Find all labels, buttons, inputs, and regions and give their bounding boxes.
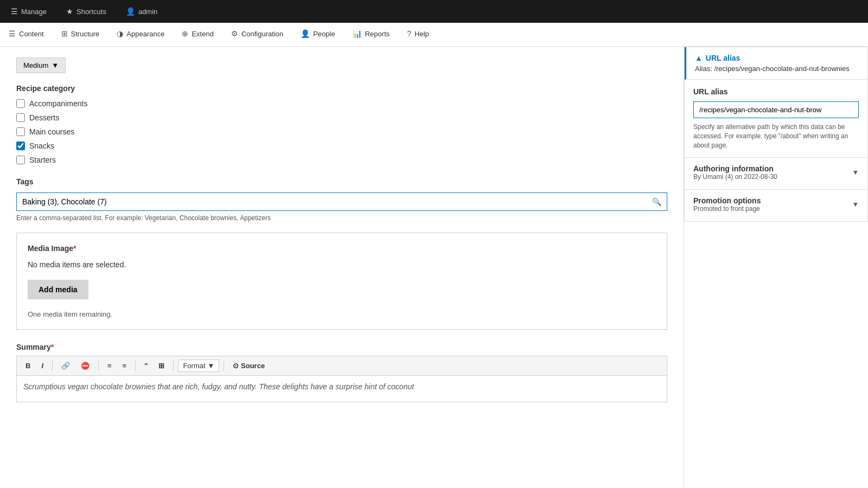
media-image-title: Media Image* (28, 244, 656, 253)
summary-section: Summary* B I 🔗 ⛔ ≡ ≡ " ⊞ Format ▼ (16, 343, 667, 402)
url-alias-alias: Alias: /recipes/vegan-chocolate-and-nut-… (695, 65, 859, 73)
url-alias-input[interactable] (693, 101, 859, 118)
source-button[interactable]: ⊙ Source (228, 359, 269, 372)
checkbox-desserts-label: Desserts (29, 113, 59, 122)
nav-people-label: People (313, 30, 335, 38)
medium-dropdown[interactable]: Medium ▼ (16, 57, 66, 73)
promotion-chevron-icon: ▼ (852, 201, 859, 208)
nav-help[interactable]: ? Help (398, 23, 438, 46)
checkbox-main-courses[interactable]: Main courses (16, 127, 667, 136)
tags-label: Tags (16, 177, 667, 186)
nav-reports[interactable]: 📊 Reports (344, 23, 399, 46)
shortcuts-label: Shortcuts (76, 8, 106, 16)
recipe-category-checkboxes: Accompaniments Desserts Main courses Sna… (16, 99, 667, 164)
extend-icon: ⊕ (182, 29, 188, 38)
link-button[interactable]: 🔗 (57, 359, 74, 372)
authoring-title-wrap: Authoring information By Umami (4) on 20… (693, 164, 777, 181)
checkbox-accompaniments-label: Accompaniments (29, 99, 87, 108)
promotion-title-wrap: Promotion options Promoted to front page (693, 196, 761, 213)
url-alias-active-title: ▲ URL alias (695, 54, 859, 62)
admin-bar: ☰ Manage ★ Shortcuts 👤 admin (0, 0, 868, 23)
summary-required-mark: * (51, 343, 54, 351)
checkbox-main-courses-input[interactable] (16, 127, 25, 136)
checkbox-starters-input[interactable] (16, 156, 25, 164)
checkbox-desserts-input[interactable] (16, 113, 25, 122)
ol-button[interactable]: ≡ (118, 359, 131, 372)
italic-button[interactable]: I (37, 359, 48, 372)
nav-extend[interactable]: ⊕ Extend (173, 23, 222, 46)
appearance-icon: ◑ (117, 29, 123, 38)
admin-user-link[interactable]: 👤 admin (122, 5, 162, 18)
reports-icon: 📊 (353, 29, 362, 38)
ul-button[interactable]: ≡ (103, 359, 116, 372)
star-icon: ★ (66, 7, 73, 16)
shortcuts-link[interactable]: ★ Shortcuts (62, 5, 111, 18)
url-alias-form-title: URL alias (693, 87, 859, 96)
url-alias-active-section[interactable]: ▲ URL alias Alias: /recipes/vegan-chocol… (685, 47, 867, 80)
promotion-title: Promotion options (693, 196, 761, 205)
page-layout: Medium ▼ Recipe category Accompaniments … (0, 47, 868, 488)
nav-people[interactable]: 👤 People (292, 23, 343, 46)
manage-label: Manage (21, 8, 47, 16)
format-chevron-icon: ▼ (208, 362, 215, 370)
authoring-chevron-icon: ▼ (852, 169, 859, 176)
nav-structure-label: Structure (71, 30, 100, 38)
nav-appearance-label: Appearance (126, 30, 164, 38)
format-extra-button[interactable]: ⊞ (154, 359, 169, 372)
nav-structure[interactable]: ⊞ Structure (53, 23, 108, 46)
people-icon: 👤 (301, 29, 310, 38)
toolbar-separator-2 (98, 361, 99, 371)
authoring-header[interactable]: Authoring information By Umami (4) on 20… (693, 164, 859, 181)
checkbox-main-courses-label: Main courses (29, 127, 74, 136)
manage-link[interactable]: ☰ Manage (7, 5, 51, 18)
nav-content[interactable]: ☰ Content (0, 23, 53, 46)
help-icon: ? (407, 29, 411, 38)
summary-label: Summary* (16, 343, 667, 351)
url-alias-form-section: URL alias Specify an alternative path by… (685, 80, 867, 158)
checkbox-desserts[interactable]: Desserts (16, 113, 667, 122)
content-icon: ☰ (9, 29, 16, 38)
nav-help-label: Help (414, 30, 429, 38)
configuration-icon: ⚙ (231, 29, 238, 38)
toolbar-separator-1 (52, 361, 53, 371)
editor-body[interactable]: Scrumptious vegan chocolate brownies tha… (16, 375, 667, 402)
editor-toolbar: B I 🔗 ⛔ ≡ ≡ " ⊞ Format ▼ ⊙ Sour (16, 356, 667, 375)
checkbox-accompaniments-input[interactable] (16, 99, 25, 108)
unlink-button[interactable]: ⛔ (76, 359, 94, 372)
checkbox-snacks[interactable]: Snacks (16, 142, 667, 150)
media-image-section: Media Image* No media items are selected… (16, 233, 667, 330)
blockquote-button[interactable]: " (140, 359, 152, 372)
nav-content-label: Content (19, 30, 44, 38)
structure-icon: ⊞ (61, 29, 68, 38)
authoring-title: Authoring information (693, 164, 777, 173)
nav-configuration[interactable]: ⚙ Configuration (222, 23, 292, 46)
recipe-category-section: Recipe category Accompaniments Desserts … (16, 84, 667, 164)
media-required-mark: * (73, 244, 76, 253)
sidebar: ▲ URL alias Alias: /recipes/vegan-chocol… (684, 47, 868, 488)
user-icon: 👤 (126, 7, 135, 16)
manage-icon: ☰ (11, 7, 18, 16)
media-empty-text: No media items are selected. (28, 260, 656, 269)
toolbar-separator-4 (173, 361, 174, 371)
checkbox-accompaniments[interactable]: Accompaniments (16, 99, 667, 108)
authoring-section: Authoring information By Umami (4) on 20… (685, 158, 867, 190)
nav-appearance[interactable]: ◑ Appearance (108, 23, 173, 46)
tags-search-icon[interactable]: 🔍 (647, 194, 667, 209)
nav-bar: ☰ Content ⊞ Structure ◑ Appearance ⊕ Ext… (0, 23, 868, 47)
nav-extend-label: Extend (192, 30, 213, 38)
format-dropdown[interactable]: Format ▼ (178, 359, 219, 372)
tags-input[interactable] (17, 193, 647, 210)
bold-button[interactable]: B (21, 359, 35, 372)
toolbar-separator-5 (224, 361, 224, 371)
checkbox-starters[interactable]: Starters (16, 156, 667, 164)
medium-label: Medium (23, 61, 48, 69)
nav-reports-label: Reports (365, 30, 390, 38)
source-icon: ⊙ (233, 362, 239, 370)
checkbox-snacks-input[interactable] (16, 142, 25, 150)
dropdown-chevron-icon: ▼ (52, 61, 59, 69)
toolbar-separator-3 (135, 361, 136, 371)
promotion-header[interactable]: Promotion options Promoted to front page… (693, 196, 859, 213)
add-media-button[interactable]: Add media (28, 280, 88, 299)
url-alias-hint: Specify an alternative path by which thi… (693, 123, 859, 150)
tags-section: Tags 🔍 Enter a comma-separated list. For… (16, 177, 667, 222)
